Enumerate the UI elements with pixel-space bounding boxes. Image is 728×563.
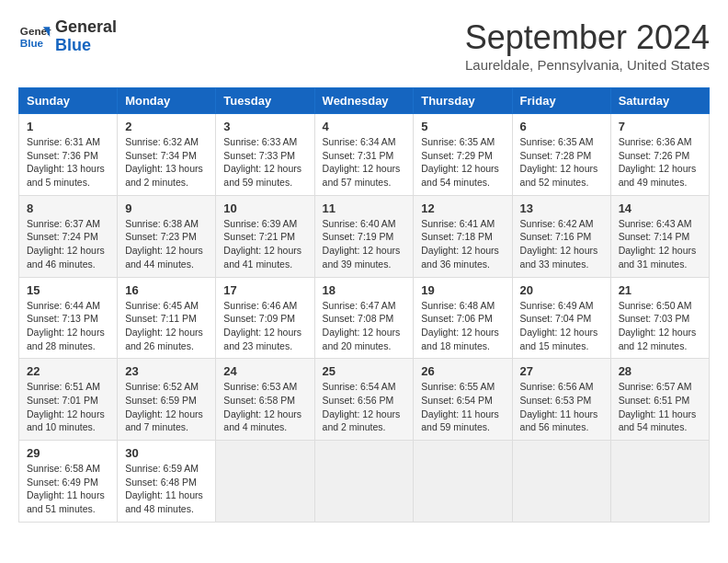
day-number: 19 — [421, 283, 504, 297]
day-number: 27 — [520, 364, 603, 378]
day-info: Sunrise: 6:36 AMSunset: 7:26 PMDaylight:… — [619, 135, 701, 190]
day-number: 29 — [27, 446, 109, 460]
day-info: Sunrise: 6:44 AMSunset: 7:13 PMDaylight:… — [27, 299, 109, 353]
calendar-cell: 4Sunrise: 6:34 AMSunset: 7:31 PMDaylight… — [314, 114, 414, 196]
calendar-cell: 13Sunrise: 6:42 AMSunset: 7:16 PMDayligh… — [512, 195, 610, 277]
day-number: 1 — [27, 120, 109, 133]
day-info: Sunrise: 6:37 AMSunset: 7:24 PMDaylight:… — [27, 217, 109, 271]
calendar-week-2: 8Sunrise: 6:37 AMSunset: 7:24 PMDaylight… — [19, 195, 710, 277]
day-info: Sunrise: 6:40 AMSunset: 7:19 PMDaylight:… — [323, 217, 406, 271]
day-info: Sunrise: 6:58 AMSunset: 6:49 PMDaylight:… — [27, 462, 109, 516]
day-info: Sunrise: 6:43 AMSunset: 7:14 PMDaylight:… — [619, 217, 701, 271]
day-info: Sunrise: 6:45 AMSunset: 7:11 PMDaylight:… — [125, 299, 208, 353]
day-info: Sunrise: 6:50 AMSunset: 7:03 PMDaylight:… — [619, 299, 701, 353]
weekday-header-sunday: Sunday — [19, 88, 118, 114]
weekday-header-tuesday: Tuesday — [216, 88, 314, 114]
day-number: 13 — [520, 201, 603, 215]
calendar-cell — [216, 441, 314, 523]
calendar-cell: 30Sunrise: 6:59 AMSunset: 6:48 PMDayligh… — [118, 441, 216, 523]
day-number: 22 — [27, 364, 109, 378]
calendar-cell: 6Sunrise: 6:35 AMSunset: 7:28 PMDaylight… — [512, 114, 610, 196]
location: Laureldale, Pennsylvania, United States — [465, 57, 710, 73]
day-number: 10 — [223, 201, 306, 215]
calendar-cell: 8Sunrise: 6:37 AMSunset: 7:24 PMDaylight… — [19, 195, 118, 277]
day-info: Sunrise: 6:35 AMSunset: 7:29 PMDaylight:… — [421, 135, 504, 190]
day-info: Sunrise: 6:33 AMSunset: 7:33 PMDaylight:… — [223, 135, 306, 190]
day-number: 14 — [619, 201, 701, 215]
day-info: Sunrise: 6:32 AMSunset: 7:34 PMDaylight:… — [125, 135, 208, 190]
calendar-cell — [314, 441, 414, 523]
day-number: 6 — [520, 120, 603, 133]
day-number: 11 — [323, 201, 406, 215]
calendar-cell: 11Sunrise: 6:40 AMSunset: 7:19 PMDayligh… — [314, 195, 414, 277]
day-number: 16 — [125, 283, 208, 297]
calendar-cell: 28Sunrise: 6:57 AMSunset: 6:51 PMDayligh… — [610, 359, 709, 441]
logo-text-line2: Blue — [55, 37, 117, 55]
day-number: 25 — [323, 364, 406, 378]
day-info: Sunrise: 6:47 AMSunset: 7:08 PMDaylight:… — [323, 299, 406, 353]
day-number: 23 — [125, 364, 208, 378]
calendar-week-3: 15Sunrise: 6:44 AMSunset: 7:13 PMDayligh… — [19, 277, 710, 359]
month-title: September 2024 — [465, 18, 710, 57]
day-info: Sunrise: 6:49 AMSunset: 7:04 PMDaylight:… — [520, 299, 603, 353]
page-header: General Blue General Blue September 2024… — [18, 18, 710, 73]
svg-text:Blue: Blue — [20, 37, 44, 49]
day-number: 20 — [520, 283, 603, 297]
day-info: Sunrise: 6:56 AMSunset: 6:53 PMDaylight:… — [520, 380, 603, 434]
day-info: Sunrise: 6:54 AMSunset: 6:56 PMDaylight:… — [323, 380, 406, 434]
weekday-header-monday: Monday — [118, 88, 216, 114]
calendar-cell: 12Sunrise: 6:41 AMSunset: 7:18 PMDayligh… — [414, 195, 512, 277]
day-number: 3 — [223, 120, 306, 133]
calendar-cell: 15Sunrise: 6:44 AMSunset: 7:13 PMDayligh… — [19, 277, 118, 359]
day-number: 30 — [125, 446, 208, 460]
day-number: 8 — [27, 201, 109, 215]
day-number: 4 — [323, 120, 406, 133]
calendar-cell: 21Sunrise: 6:50 AMSunset: 7:03 PMDayligh… — [610, 277, 709, 359]
calendar-cell — [512, 441, 610, 523]
day-info: Sunrise: 6:31 AMSunset: 7:36 PMDaylight:… — [27, 135, 109, 190]
day-info: Sunrise: 6:38 AMSunset: 7:23 PMDaylight:… — [125, 217, 208, 271]
day-number: 2 — [125, 120, 208, 133]
day-number: 21 — [619, 283, 701, 297]
calendar-cell: 9Sunrise: 6:38 AMSunset: 7:23 PMDaylight… — [118, 195, 216, 277]
day-info: Sunrise: 6:34 AMSunset: 7:31 PMDaylight:… — [323, 135, 406, 190]
calendar-cell: 19Sunrise: 6:48 AMSunset: 7:06 PMDayligh… — [414, 277, 512, 359]
weekday-header-wednesday: Wednesday — [314, 88, 414, 114]
calendar-week-1: 1Sunrise: 6:31 AMSunset: 7:36 PMDaylight… — [19, 114, 710, 196]
calendar-week-4: 22Sunrise: 6:51 AMSunset: 7:01 PMDayligh… — [19, 359, 710, 441]
day-number: 17 — [223, 283, 306, 297]
calendar-cell: 27Sunrise: 6:56 AMSunset: 6:53 PMDayligh… — [512, 359, 610, 441]
day-info: Sunrise: 6:48 AMSunset: 7:06 PMDaylight:… — [421, 299, 504, 353]
day-info: Sunrise: 6:51 AMSunset: 7:01 PMDaylight:… — [27, 380, 109, 434]
day-info: Sunrise: 6:39 AMSunset: 7:21 PMDaylight:… — [223, 217, 306, 271]
weekday-header-saturday: Saturday — [610, 88, 709, 114]
day-info: Sunrise: 6:55 AMSunset: 6:54 PMDaylight:… — [421, 380, 504, 434]
day-number: 18 — [323, 283, 406, 297]
calendar-cell: 5Sunrise: 6:35 AMSunset: 7:29 PMDaylight… — [414, 114, 512, 196]
calendar-cell: 10Sunrise: 6:39 AMSunset: 7:21 PMDayligh… — [216, 195, 314, 277]
day-number: 28 — [619, 364, 701, 378]
calendar-cell: 22Sunrise: 6:51 AMSunset: 7:01 PMDayligh… — [19, 359, 118, 441]
calendar-cell: 24Sunrise: 6:53 AMSunset: 6:58 PMDayligh… — [216, 359, 314, 441]
logo-icon: General Blue — [18, 20, 51, 53]
weekday-header-friday: Friday — [512, 88, 610, 114]
calendar-cell: 20Sunrise: 6:49 AMSunset: 7:04 PMDayligh… — [512, 277, 610, 359]
calendar-cell: 25Sunrise: 6:54 AMSunset: 6:56 PMDayligh… — [314, 359, 414, 441]
day-number: 12 — [421, 201, 504, 215]
calendar-cell: 7Sunrise: 6:36 AMSunset: 7:26 PMDaylight… — [610, 114, 709, 196]
calendar-cell: 17Sunrise: 6:46 AMSunset: 7:09 PMDayligh… — [216, 277, 314, 359]
day-info: Sunrise: 6:46 AMSunset: 7:09 PMDaylight:… — [223, 299, 306, 353]
day-number: 9 — [125, 201, 208, 215]
calendar-cell — [414, 441, 512, 523]
calendar-cell: 29Sunrise: 6:58 AMSunset: 6:49 PMDayligh… — [19, 441, 118, 523]
day-info: Sunrise: 6:42 AMSunset: 7:16 PMDaylight:… — [520, 217, 603, 271]
calendar-cell: 3Sunrise: 6:33 AMSunset: 7:33 PMDaylight… — [216, 114, 314, 196]
calendar-cell — [610, 441, 709, 523]
calendar-cell: 14Sunrise: 6:43 AMSunset: 7:14 PMDayligh… — [610, 195, 709, 277]
calendar-week-5: 29Sunrise: 6:58 AMSunset: 6:49 PMDayligh… — [19, 441, 710, 523]
day-number: 7 — [619, 120, 701, 133]
calendar-header-row: SundayMondayTuesdayWednesdayThursdayFrid… — [19, 88, 710, 114]
day-number: 5 — [421, 120, 504, 133]
logo: General Blue General Blue — [18, 18, 117, 55]
weekday-header-thursday: Thursday — [414, 88, 512, 114]
